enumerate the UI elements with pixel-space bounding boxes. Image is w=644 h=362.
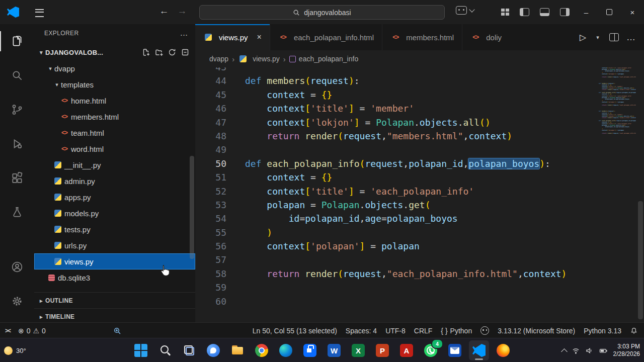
copilot-status[interactable]	[480, 326, 489, 335]
code-line[interactable]: 47 context['lokjon'] = Polapan.objects.a…	[195, 116, 644, 129]
new-folder-icon[interactable]	[155, 48, 163, 56]
collapse-folders-icon[interactable]	[181, 48, 189, 56]
search-sidebar-icon[interactable]	[0, 58, 34, 93]
taskbar-mail-icon[interactable]	[445, 340, 465, 360]
weather-widget[interactable]: 30°	[4, 338, 26, 362]
tree-item-word.html[interactable]: <>word.html	[34, 141, 195, 157]
tree-item-team.html[interactable]: <>team.html	[34, 125, 195, 141]
code-line[interactable]: 58 return render(request,"each_polapan_i…	[195, 267, 644, 281]
code-line[interactable]: 50def each_polapan_info(request,polapan_…	[195, 157, 644, 170]
taskbar-vscode-icon[interactable]	[469, 340, 489, 360]
copilot-menu[interactable]	[456, 6, 474, 15]
taskbar-excel-icon[interactable]: X	[348, 340, 368, 360]
testing-icon[interactable]	[0, 195, 34, 229]
sidebar-more-icon[interactable]: …	[180, 29, 188, 38]
code-line[interactable]: 48 return render(request,"members.html",…	[195, 129, 644, 143]
new-file-icon[interactable]	[142, 48, 150, 56]
tab-doliy[interactable]: <>doliy	[462, 24, 510, 50]
taskbar-file-explorer-icon[interactable]	[227, 340, 248, 360]
volume-icon[interactable]	[585, 346, 594, 355]
taskbar-edge-icon[interactable]	[276, 340, 296, 360]
remote-window-button[interactable]: ><	[5, 327, 10, 334]
indentation[interactable]: Spaces: 4	[346, 327, 377, 335]
tree-item-__init__.py[interactable]: __init__.py	[34, 157, 195, 173]
breadcrumb-item-each_polapan_info[interactable]: each_polapan_info	[289, 55, 358, 63]
code-line[interactable]: 51 context = {}	[195, 170, 644, 184]
tree-item-tests.py[interactable]: tests.py	[34, 221, 195, 237]
minimize-button[interactable]: –	[575, 0, 598, 24]
menu-icon[interactable]	[35, 9, 44, 17]
tree-item-models.py[interactable]: models.py	[34, 205, 195, 221]
toggle-sidebar-icon[interactable]	[520, 8, 529, 16]
code-line[interactable]: 60	[195, 295, 644, 308]
taskbar-chrome-icon[interactable]	[252, 340, 272, 360]
breadcrumb-item-dvapp[interactable]: dvapp	[209, 55, 228, 63]
code-line[interactable]: 57	[195, 253, 644, 266]
workspace-root-folder[interactable]: ▾ DJANGOVALOB...	[34, 44, 195, 60]
run-dropdown-icon[interactable]: ▾	[594, 34, 602, 41]
battery-icon[interactable]	[599, 346, 608, 355]
tree-item-db.sqlite3[interactable]: db.sqlite3	[34, 269, 195, 286]
sidebar-scrollbar[interactable]	[190, 156, 194, 259]
taskbar-task-view-icon[interactable]	[179, 340, 199, 360]
code-editor[interactable]: 4344def members(request):45 context = {}…	[195, 67, 644, 322]
notifications-bell[interactable]	[630, 327, 638, 335]
tab-each_polapan_info.html[interactable]: <>each_polapan_info.html	[270, 24, 382, 50]
tree-item-home.html[interactable]: <>home.html	[34, 93, 195, 109]
outline-section[interactable]: ▸ OUTLINE	[34, 292, 195, 309]
toggle-secondary-sidebar-icon[interactable]	[560, 8, 570, 16]
python-interpreter[interactable]: 3.13.12 (Microsoft Store)	[498, 327, 575, 335]
tree-item-members.html[interactable]: <>members.html	[34, 109, 195, 125]
command-center-search[interactable]: djangovalobasi	[199, 5, 445, 20]
tree-item-templates[interactable]: ▾templates	[34, 76, 195, 93]
customize-layout-icon[interactable]	[501, 9, 509, 16]
wifi-icon[interactable]	[572, 346, 580, 355]
run-python-button[interactable]: ▷	[580, 32, 586, 43]
cursor-position[interactable]: Ln 50, Col 55 (13 selected)	[253, 327, 337, 335]
code-line[interactable]: 59	[195, 281, 644, 294]
taskbar-word-icon[interactable]: W	[324, 340, 344, 360]
close-button[interactable]: ×	[621, 0, 644, 24]
refresh-icon[interactable]	[168, 48, 176, 56]
code-line[interactable]: 45 context = {}	[195, 88, 644, 102]
code-line[interactable]: 46 context['title'] = 'member'	[195, 102, 644, 115]
taskbar-whatsapp-icon[interactable]: 4	[421, 340, 441, 360]
settings-gear-icon[interactable]	[0, 284, 34, 318]
python-version[interactable]: Python 3.13	[584, 327, 621, 335]
split-editor-icon[interactable]	[609, 33, 619, 41]
code-line[interactable]: 52 context['title'] = 'each_polapan_info…	[195, 185, 644, 198]
code-line[interactable]: 49	[195, 143, 644, 156]
taskbar-start-icon[interactable]	[131, 340, 151, 360]
back-button[interactable]: ←	[158, 6, 170, 17]
tab-members.html[interactable]: <>members.html	[382, 24, 462, 50]
extensions-icon[interactable]	[0, 161, 34, 195]
breadcrumb-item-views.py[interactable]: views.py	[238, 55, 280, 63]
taskbar-clock[interactable]: 3:03 PM 2/28/2026	[613, 343, 640, 358]
taskbar-store-icon[interactable]	[300, 340, 320, 360]
explorer-icon[interactable]	[0, 24, 34, 58]
code-line[interactable]: 56 context['polapan'] = polapan	[195, 239, 644, 253]
tree-item-admin.py[interactable]: admin.py	[34, 173, 195, 189]
code-line[interactable]: 44def members(request):	[195, 74, 644, 87]
code-line[interactable]: 55 )	[195, 226, 644, 239]
encoding[interactable]: UTF-8	[385, 327, 406, 335]
run-debug-icon[interactable]	[0, 127, 34, 161]
tree-item-views.py[interactable]: views.py	[34, 253, 195, 269]
minimap[interactable]: def members(request): context = {} conte…	[599, 67, 636, 137]
problems-button[interactable]: ⊗ 0 ⚠ 0	[18, 327, 46, 335]
code-line[interactable]: 54 id=polapan_id,age=polapan_boyos	[195, 212, 644, 225]
editor-more-actions-icon[interactable]: …	[626, 32, 636, 43]
toggle-panel-icon[interactable]	[540, 8, 549, 16]
taskbar-chat-icon[interactable]	[203, 340, 223, 360]
maximize-button[interactable]	[598, 0, 621, 24]
taskbar-firefox-icon[interactable]	[493, 340, 513, 360]
accounts-icon[interactable]	[0, 250, 34, 284]
taskbar-search-icon[interactable]	[155, 340, 175, 360]
timeline-section[interactable]: ▸ TIMELINE	[34, 308, 195, 322]
taskbar-acrobat-icon[interactable]: A	[396, 340, 417, 360]
code-line[interactable]: 53 polapan = Polapan.objects.get(	[195, 198, 644, 212]
tree-item-apps.py[interactable]: apps.py	[34, 189, 195, 205]
forward-button[interactable]: →	[176, 6, 188, 17]
source-control-icon[interactable]	[0, 93, 34, 127]
code-line[interactable]: 43	[195, 67, 644, 74]
